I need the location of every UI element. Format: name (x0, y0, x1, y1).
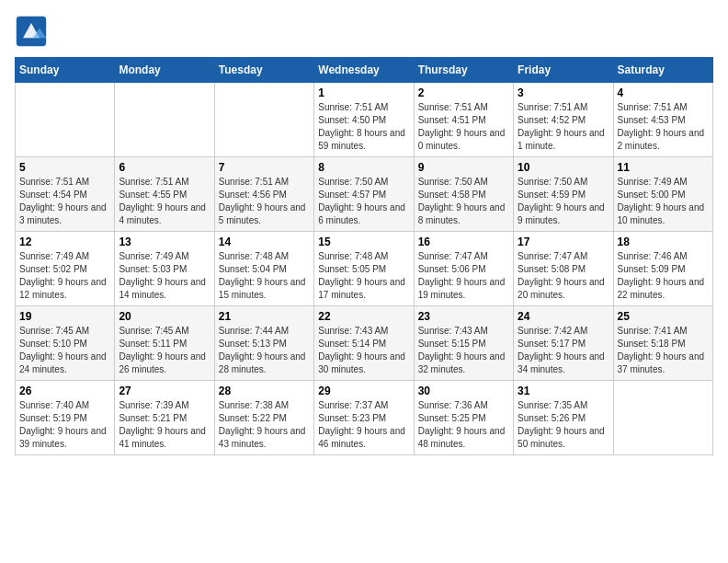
day-number: 30 (418, 385, 509, 397)
calendar-cell: 3Sunrise: 7:51 AM Sunset: 4:52 PM Daylig… (514, 83, 613, 157)
calendar-table: SundayMondayTuesdayWednesdayThursdayFrid… (15, 57, 713, 455)
calendar-cell: 22Sunrise: 7:43 AM Sunset: 5:14 PM Dayli… (314, 306, 414, 381)
day-info: Sunrise: 7:47 AM Sunset: 5:06 PM Dayligh… (418, 250, 509, 302)
logo-icon (15, 15, 48, 48)
calendar-cell: 7Sunrise: 7:51 AM Sunset: 4:56 PM Daylig… (214, 157, 313, 232)
day-info: Sunrise: 7:48 AM Sunset: 5:05 PM Dayligh… (318, 250, 409, 302)
day-info: Sunrise: 7:49 AM Sunset: 5:00 PM Dayligh… (618, 176, 709, 227)
day-info: Sunrise: 7:38 AM Sunset: 5:22 PM Dayligh… (219, 399, 310, 451)
calendar-cell: 15Sunrise: 7:48 AM Sunset: 5:05 PM Dayli… (314, 232, 414, 306)
day-number: 29 (318, 385, 409, 397)
day-number: 14 (219, 236, 310, 248)
day-info: Sunrise: 7:35 AM Sunset: 5:26 PM Dayligh… (518, 399, 609, 451)
calendar-cell: 24Sunrise: 7:42 AM Sunset: 5:17 PM Dayli… (514, 306, 613, 381)
calendar-cell: 12Sunrise: 7:49 AM Sunset: 5:02 PM Dayli… (16, 232, 115, 306)
calendar-cell: 5Sunrise: 7:51 AM Sunset: 4:54 PM Daylig… (16, 157, 115, 232)
column-header-sunday: Sunday (16, 58, 115, 83)
calendar-cell: 29Sunrise: 7:37 AM Sunset: 5:23 PM Dayli… (314, 381, 414, 455)
calendar-cell: 4Sunrise: 7:51 AM Sunset: 4:53 PM Daylig… (613, 83, 712, 157)
day-number: 24 (518, 310, 609, 323)
day-number: 5 (19, 161, 110, 174)
day-number: 19 (19, 310, 110, 323)
day-number: 4 (618, 86, 709, 99)
day-number: 26 (19, 385, 110, 397)
calendar-cell: 26Sunrise: 7:40 AM Sunset: 5:19 PM Dayli… (16, 381, 115, 455)
day-info: Sunrise: 7:51 AM Sunset: 4:56 PM Dayligh… (219, 176, 310, 227)
day-info: Sunrise: 7:47 AM Sunset: 5:08 PM Dayligh… (518, 250, 609, 302)
day-info: Sunrise: 7:41 AM Sunset: 5:18 PM Dayligh… (618, 325, 709, 376)
calendar-cell (613, 381, 712, 455)
column-header-friday: Friday (514, 58, 613, 83)
day-number: 25 (618, 310, 709, 323)
calendar-cell: 8Sunrise: 7:50 AM Sunset: 4:57 PM Daylig… (314, 157, 414, 232)
day-info: Sunrise: 7:49 AM Sunset: 5:02 PM Dayligh… (19, 250, 110, 302)
page-header (15, 15, 713, 48)
day-number: 20 (119, 310, 210, 323)
day-info: Sunrise: 7:51 AM Sunset: 4:55 PM Dayligh… (119, 176, 210, 227)
day-number: 11 (618, 161, 709, 174)
day-info: Sunrise: 7:51 AM Sunset: 4:54 PM Dayligh… (19, 176, 110, 227)
day-number: 31 (518, 385, 609, 397)
day-number: 16 (418, 236, 509, 248)
day-number: 13 (119, 236, 210, 248)
day-number: 7 (219, 161, 310, 174)
day-info: Sunrise: 7:42 AM Sunset: 5:17 PM Dayligh… (518, 325, 609, 376)
calendar-cell: 21Sunrise: 7:44 AM Sunset: 5:13 PM Dayli… (214, 306, 313, 381)
day-info: Sunrise: 7:50 AM Sunset: 4:58 PM Dayligh… (418, 176, 509, 227)
calendar-cell: 2Sunrise: 7:51 AM Sunset: 4:51 PM Daylig… (414, 83, 513, 157)
day-number: 18 (618, 236, 709, 248)
calendar-cell: 13Sunrise: 7:49 AM Sunset: 5:03 PM Dayli… (115, 232, 214, 306)
calendar-week-row: 12Sunrise: 7:49 AM Sunset: 5:02 PM Dayli… (16, 232, 713, 306)
day-info: Sunrise: 7:46 AM Sunset: 5:09 PM Dayligh… (618, 250, 709, 302)
calendar-cell (115, 83, 214, 157)
day-info: Sunrise: 7:48 AM Sunset: 5:04 PM Dayligh… (219, 250, 310, 302)
day-info: Sunrise: 7:43 AM Sunset: 5:14 PM Dayligh… (318, 325, 409, 376)
calendar-cell: 31Sunrise: 7:35 AM Sunset: 5:26 PM Dayli… (514, 381, 613, 455)
day-number: 27 (119, 385, 210, 397)
day-info: Sunrise: 7:39 AM Sunset: 5:21 PM Dayligh… (119, 399, 210, 451)
day-number: 12 (19, 236, 110, 248)
day-info: Sunrise: 7:51 AM Sunset: 4:51 PM Dayligh… (418, 101, 509, 153)
logo (15, 15, 51, 48)
column-header-saturday: Saturday (613, 58, 712, 83)
calendar-cell: 14Sunrise: 7:48 AM Sunset: 5:04 PM Dayli… (214, 232, 313, 306)
day-info: Sunrise: 7:50 AM Sunset: 4:57 PM Dayligh… (318, 176, 409, 227)
column-header-monday: Monday (115, 58, 214, 83)
calendar-cell (16, 83, 115, 157)
day-info: Sunrise: 7:51 AM Sunset: 4:53 PM Dayligh… (618, 101, 709, 153)
day-info: Sunrise: 7:49 AM Sunset: 5:03 PM Dayligh… (119, 250, 210, 302)
day-info: Sunrise: 7:51 AM Sunset: 4:52 PM Dayligh… (518, 101, 609, 153)
calendar-week-row: 5Sunrise: 7:51 AM Sunset: 4:54 PM Daylig… (16, 157, 713, 232)
calendar-cell: 11Sunrise: 7:49 AM Sunset: 5:00 PM Dayli… (613, 157, 712, 232)
day-number: 9 (418, 161, 509, 174)
day-info: Sunrise: 7:37 AM Sunset: 5:23 PM Dayligh… (318, 399, 409, 451)
day-info: Sunrise: 7:45 AM Sunset: 5:10 PM Dayligh… (19, 325, 110, 376)
day-number: 1 (318, 86, 409, 99)
day-number: 8 (318, 161, 409, 174)
day-number: 22 (318, 310, 409, 323)
calendar-cell (214, 83, 313, 157)
calendar-cell: 18Sunrise: 7:46 AM Sunset: 5:09 PM Dayli… (613, 232, 712, 306)
calendar-week-row: 19Sunrise: 7:45 AM Sunset: 5:10 PM Dayli… (16, 306, 713, 381)
day-number: 23 (418, 310, 509, 323)
calendar-cell: 20Sunrise: 7:45 AM Sunset: 5:11 PM Dayli… (115, 306, 214, 381)
calendar-cell: 30Sunrise: 7:36 AM Sunset: 5:25 PM Dayli… (414, 381, 513, 455)
calendar-cell: 1Sunrise: 7:51 AM Sunset: 4:50 PM Daylig… (314, 83, 414, 157)
column-header-tuesday: Tuesday (214, 58, 313, 83)
day-number: 10 (518, 161, 609, 174)
calendar-header-row: SundayMondayTuesdayWednesdayThursdayFrid… (16, 58, 713, 83)
day-info: Sunrise: 7:44 AM Sunset: 5:13 PM Dayligh… (219, 325, 310, 376)
column-header-thursday: Thursday (414, 58, 513, 83)
day-info: Sunrise: 7:36 AM Sunset: 5:25 PM Dayligh… (418, 399, 509, 451)
day-info: Sunrise: 7:40 AM Sunset: 5:19 PM Dayligh… (19, 399, 110, 451)
day-info: Sunrise: 7:45 AM Sunset: 5:11 PM Dayligh… (119, 325, 210, 376)
calendar-cell: 25Sunrise: 7:41 AM Sunset: 5:18 PM Dayli… (613, 306, 712, 381)
column-header-wednesday: Wednesday (314, 58, 414, 83)
day-number: 2 (418, 86, 509, 99)
day-number: 17 (518, 236, 609, 248)
calendar-cell: 23Sunrise: 7:43 AM Sunset: 5:15 PM Dayli… (414, 306, 513, 381)
day-info: Sunrise: 7:50 AM Sunset: 4:59 PM Dayligh… (518, 176, 609, 227)
calendar-cell: 17Sunrise: 7:47 AM Sunset: 5:08 PM Dayli… (514, 232, 613, 306)
day-number: 6 (119, 161, 210, 174)
day-number: 15 (318, 236, 409, 248)
